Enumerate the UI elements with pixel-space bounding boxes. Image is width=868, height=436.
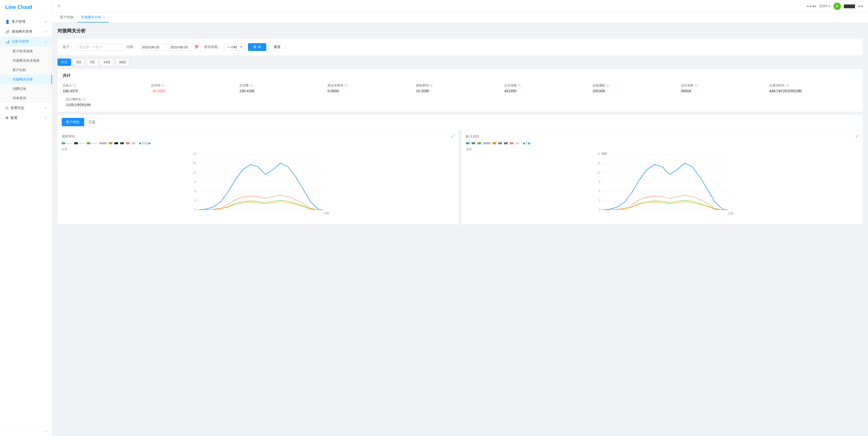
revenue-chart-header: 收入对比 ⤢ [466,134,859,139]
sidebar-item-gateway-report[interactable]: 对接网关收支报表 [0,56,52,65]
date-separator: → [166,45,169,49]
legend-item-r3 [477,142,481,144]
legend-prev-icon[interactable]: ◀ [138,141,141,145]
query-button[interactable]: 查 询 [248,43,266,51]
svg-text:3: 3 [195,199,196,202]
date-end-input[interactable] [170,45,193,49]
svg-text:0: 0 [195,208,196,211]
header: 矩 ■ ■ ■■ 杭州A ▾ 8 █████ ■ ■ [52,0,868,12]
legend-nav: ◀ 1/10 ▶ [138,141,151,145]
legend-color-2 [74,142,78,144]
charts-row: 成本对比 ⤢ —— —— —— [58,129,863,224]
cost-chart-expand-icon[interactable]: ⤢ [451,134,454,139]
revenue-chart-card: 收入对比 ⤢ [462,129,863,224]
revenue-chart-legend: ◀ 2 ▶ [466,141,859,145]
location-selector[interactable]: 杭州A ▾ [819,4,830,8]
sidebar: Line Cloud 👤 客户管理 ∨ 🔗 落地网关管理 ∨ 📊 分析与管理 ∧ [0,0,52,436]
tab-close-icon[interactable]: ✕ [103,16,105,19]
sidebar-item-customer[interactable]: 👤 客户管理 ∨ [0,17,52,27]
stat-fee-duration-extra: 总计费时长 ⓘ 1105小时8分钟 [63,97,858,108]
chevron-up-icon: ∧ [45,40,47,43]
sidebar-item-consumption[interactable]: 消费记录 [0,84,52,94]
quick-date-30d[interactable]: 30日 [116,59,129,66]
tab-gateway-analysis[interactable]: 对接网关分析 ✕ [78,12,109,23]
revenue-legend-prev-icon[interactable]: ◀ [522,141,525,145]
cost-chart-legend: —— —— —— [62,141,454,145]
legend-color-3 [87,142,90,144]
svg-text:15: 15 [597,162,600,165]
svg-text:15: 15 [193,162,196,165]
quick-date-today[interactable]: 今日 [58,59,71,66]
sidebar-item-revenue-report[interactable]: 客户收支报表 [0,47,52,56]
legend-item-rdark2 [504,142,508,144]
legend-color-lt [132,142,135,144]
legend-color-rlt [516,142,519,144]
calendar-icon: 📅 [194,45,198,49]
period-select[interactable]: 一小时 一天 一周 [224,43,245,51]
sidebar-item-customer-analysis[interactable]: 客户分析 [0,65,52,75]
legend-color-red [126,142,130,144]
customer-icon: 👤 [5,20,10,24]
sidebar-item-settings[interactable]: ⚙ 配置 ∨ [0,113,52,123]
legend-item-red [126,142,130,144]
sidebar-item-gateway-analysis[interactable]: 对接网关分析 [0,75,52,84]
revenue-chart-expand-icon[interactable]: ⤢ [855,134,859,139]
analysis-submenu: 客户收支报表 对接网关收支报表 客户分析 对接网关分析 消费记录 详单查询 [0,47,52,103]
svg-text:日期: 日期 [323,212,329,215]
info-icon: ⓘ [250,84,253,88]
location-text: 杭州A [819,4,828,8]
legend-color-gray [99,142,106,144]
legend-next-icon[interactable]: ▶ [148,141,151,145]
stat-total-calls: 总话单数 ⓘ 451950 [504,82,593,95]
svg-text:18: 18 [597,152,600,155]
stat-revenue: 总收入 ⓘ 168.4370 [63,82,151,95]
legend-item-r1 [466,142,469,144]
chart-tab-summary[interactable]: 汇总 [84,118,100,126]
chevron-down-icon: ∨ [45,107,47,110]
sidebar-item-analysis[interactable]: 📊 分析与管理 ∧ [0,37,52,47]
revenue-chart-y-label: 金额 [466,147,472,151]
date-start-input[interactable] [142,45,165,49]
legend-item-r2 [472,142,475,144]
sidebar-item-label: 客户管理 [12,19,25,24]
quick-date-3d[interactable]: 3日 [73,59,85,66]
app-logo: Line Cloud [0,0,52,14]
chart-tab-customer-compare[interactable]: 客户对比 [62,118,84,126]
svg-text:12: 12 [193,171,196,174]
stats-title: 共计 [63,73,858,78]
date-label: 日期： [126,45,136,50]
stats-grid: 总收入 ⓘ 168.4370 总利润 ⓘ -30.9920 总话费 ⓘ [63,82,858,95]
date-range-picker[interactable]: → 📅 [140,44,201,51]
revenue-legend-nav: ◀ 2 ▶ [522,141,531,145]
sidebar-item-label: 分析与管理 [12,39,29,44]
revenue-legend-next-icon[interactable]: ▶ [528,141,531,145]
cost-chart-y-label: 金额 [62,147,67,151]
customer-input[interactable] [76,43,123,51]
quick-date-14d[interactable]: 14日 [100,59,114,66]
sidebar-item-gateway[interactable]: 🔗 落地网关管理 ∨ [0,27,52,37]
stat-quality-fee: 质检费用 ⓘ 10.2090 [416,82,504,95]
legend-color-yellow [109,142,112,144]
sidebar-item-alert[interactable]: ⚠ 告警日志 ∨ [0,103,52,113]
chart-tabs-section: 客户对比 汇总 [58,115,863,129]
period-label: 查询周期： [204,45,221,50]
legend-color-r1 [466,142,469,144]
reset-button[interactable]: 重置 [269,43,285,51]
tab-customer-list[interactable]: 客户列表 [56,12,78,23]
page-title: 对接网关分析 [58,28,863,34]
legend-page: 1/10 [142,142,147,145]
analysis-icon: 📊 [5,39,10,43]
cost-chart-svg: 18 15 12 9 6 3 0 日期 [62,151,454,219]
location-chevron: ▾ [829,4,830,8]
sidebar-item-label: 配置 [11,116,18,120]
legend-color-rdark2 [504,142,508,144]
collapse-icon: ‹ [46,429,47,433]
legend-color-r3 [477,142,481,144]
quick-date-7d[interactable]: 7日 [86,59,98,66]
legend-item-dark [115,142,118,144]
legend-item-rdark [498,142,502,144]
legend-item-2: —— [74,142,85,145]
stat-talk-duration: 总通话时长 ⓘ 446小时26分钟23秒 [769,82,858,95]
sidebar-collapse-button[interactable]: ‹ [0,426,52,436]
sidebar-item-detail-query[interactable]: 详单查询 [0,94,52,103]
